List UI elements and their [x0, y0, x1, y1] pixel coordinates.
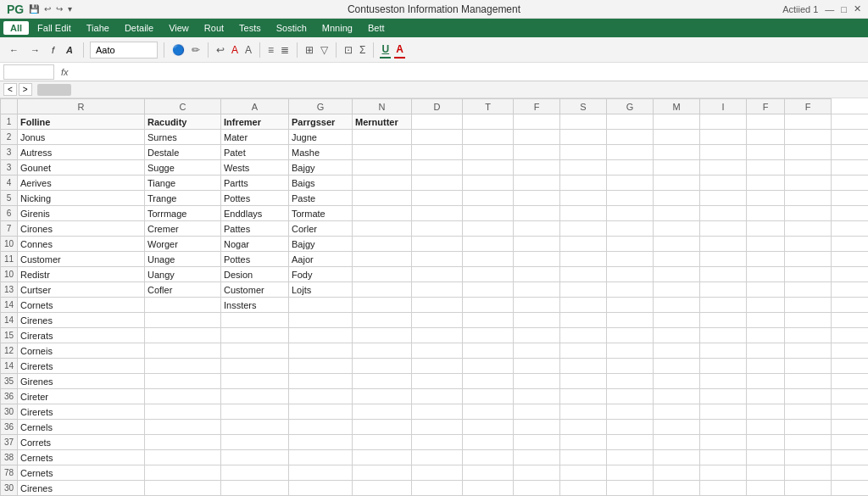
cell-r14-c14[interactable]: [832, 328, 869, 343]
scroll-thumb[interactable]: [37, 84, 71, 96]
cell-r8-c7[interactable]: [514, 237, 560, 252]
cell-r10-c13[interactable]: [785, 267, 832, 282]
cell-r4-c10[interactable]: [654, 176, 700, 191]
cell-r10-c3[interactable]: Fody: [289, 267, 353, 282]
cell-r24-c1[interactable]: [145, 481, 221, 496]
cell-r10-c1[interactable]: Uangy: [145, 267, 221, 282]
cell-r1-c10[interactable]: [654, 130, 700, 145]
cell-r15-c3[interactable]: [289, 343, 353, 359]
cell-r8-c2[interactable]: Nogar: [221, 237, 289, 252]
cell-r15-c7[interactable]: [514, 343, 560, 359]
cell-r6-c0[interactable]: Girenis: [18, 206, 145, 221]
cell-r5-c4[interactable]: [353, 191, 412, 206]
save-icon[interactable]: 💾: [29, 4, 39, 14]
col-header-I[interactable]: I: [700, 99, 747, 114]
font-color-icon[interactable]: A: [394, 42, 405, 59]
cell-r9-c13[interactable]: [785, 252, 832, 267]
col-header-N[interactable]: N: [353, 99, 412, 114]
cell-r12-c11[interactable]: [700, 298, 747, 313]
cell-r1-c4[interactable]: [353, 130, 412, 145]
cell-r12-c2[interactable]: Inssters: [221, 298, 289, 313]
cell-r21-c6[interactable]: [463, 435, 514, 450]
cell-r3-c1[interactable]: Sugge: [145, 160, 221, 176]
cell-r6-c11[interactable]: [700, 206, 747, 221]
cell-r18-c7[interactable]: [514, 389, 560, 404]
cell-r19-c13[interactable]: [785, 404, 832, 420]
undo2-icon[interactable]: ↩: [214, 42, 226, 58]
cell-r5-c6[interactable]: [463, 191, 514, 206]
cell-r14-c4[interactable]: [353, 328, 412, 343]
cell-r22-c8[interactable]: [560, 450, 607, 465]
cell-r20-c8[interactable]: [560, 420, 607, 435]
cell-r21-c7[interactable]: [514, 435, 560, 450]
cell-r3-c0[interactable]: Gounet: [18, 160, 145, 176]
cell-r7-c9[interactable]: [607, 221, 654, 237]
cell-r9-c1[interactable]: Unage: [145, 252, 221, 267]
col-header-F2[interactable]: F: [747, 99, 785, 114]
cell-r24-c6[interactable]: [463, 481, 514, 496]
cell-ref-input[interactable]: [3, 64, 54, 80]
cell-r9-c8[interactable]: [560, 252, 607, 267]
cell-r16-c14[interactable]: [832, 359, 869, 374]
cell-r7-c0[interactable]: Cirones: [18, 221, 145, 237]
cell-r3-c5[interactable]: [412, 160, 463, 176]
cell-r10-c12[interactable]: [747, 267, 785, 282]
cell-r3-c8[interactable]: [560, 160, 607, 176]
cell-r20-c9[interactable]: [607, 420, 654, 435]
cell-r10-c10[interactable]: [654, 267, 700, 282]
cell-r14-c5[interactable]: [412, 328, 463, 343]
cell-r2-c3[interactable]: Mashe: [289, 145, 353, 160]
cell-r2-c5[interactable]: [412, 145, 463, 160]
menu-item-all[interactable]: All: [3, 21, 29, 35]
cell-r15-c14[interactable]: [832, 343, 869, 359]
cell-r23-c1[interactable]: [145, 465, 221, 481]
cell-r20-c11[interactable]: [700, 420, 747, 435]
menu-item-sostich[interactable]: Sostich: [270, 21, 314, 35]
cell-r15-c9[interactable]: [607, 343, 654, 359]
cell-r11-c5[interactable]: [412, 282, 463, 298]
cell-r11-c6[interactable]: [463, 282, 514, 298]
cell-r19-c9[interactable]: [607, 404, 654, 420]
cell-r7-c7[interactable]: [514, 221, 560, 237]
cell-r4-c6[interactable]: [463, 176, 514, 191]
cell-r11-c7[interactable]: [514, 282, 560, 298]
cell-r0-c12[interactable]: [747, 114, 785, 130]
cell-r22-c6[interactable]: [463, 450, 514, 465]
cell-r15-c0[interactable]: Corneis: [18, 343, 145, 359]
more-icon[interactable]: ▾: [68, 4, 72, 14]
menu-item-fall-edit[interactable]: Fall Edit: [31, 21, 78, 35]
merge-icon[interactable]: ⊞: [303, 42, 315, 58]
cell-r17-c9[interactable]: [607, 374, 654, 389]
cell-r15-c13[interactable]: [785, 343, 832, 359]
cell-r9-c9[interactable]: [607, 252, 654, 267]
cell-r23-c12[interactable]: [747, 465, 785, 481]
cell-r19-c4[interactable]: [353, 404, 412, 420]
cell-r12-c4[interactable]: [353, 298, 412, 313]
cell-r11-c4[interactable]: [353, 282, 412, 298]
cell-r14-c10[interactable]: [654, 328, 700, 343]
cell-r21-c9[interactable]: [607, 435, 654, 450]
cell-r7-c14[interactable]: [832, 221, 869, 237]
cell-r4-c2[interactable]: Partts: [221, 176, 289, 191]
cell-r19-c14[interactable]: [832, 404, 869, 420]
menu-item-detaile[interactable]: Detaile: [118, 21, 160, 35]
cell-r8-c3[interactable]: Bajgy: [289, 237, 353, 252]
cell-r19-c1[interactable]: [145, 404, 221, 420]
cell-r0-c8[interactable]: [560, 114, 607, 130]
cell-r21-c13[interactable]: [785, 435, 832, 450]
cell-r14-c0[interactable]: Cirerats: [18, 328, 145, 343]
cell-r7-c8[interactable]: [560, 221, 607, 237]
cell-r7-c3[interactable]: Corler: [289, 221, 353, 237]
cell-r3-c13[interactable]: [785, 160, 832, 176]
cell-r4-c0[interactable]: Aerives: [18, 176, 145, 191]
cell-r22-c5[interactable]: [412, 450, 463, 465]
cell-r4-c1[interactable]: Tiange: [145, 176, 221, 191]
cell-r2-c2[interactable]: Patet: [221, 145, 289, 160]
cell-r15-c5[interactable]: [412, 343, 463, 359]
cell-r11-c14[interactable]: [832, 282, 869, 298]
cell-r3-c12[interactable]: [747, 160, 785, 176]
cell-r18-c8[interactable]: [560, 389, 607, 404]
cell-r9-c11[interactable]: [700, 252, 747, 267]
cell-r19-c5[interactable]: [412, 404, 463, 420]
col-header-G[interactable]: G: [289, 99, 353, 114]
